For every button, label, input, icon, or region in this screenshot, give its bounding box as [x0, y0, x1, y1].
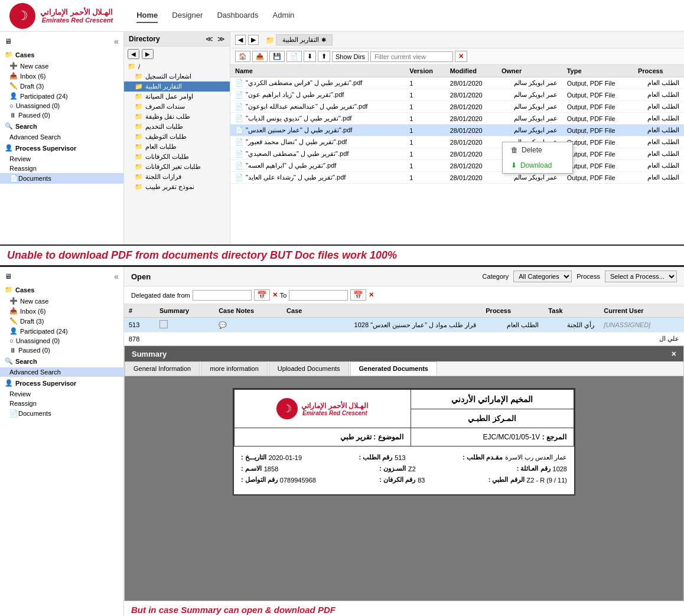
table-row[interactable]: 📄"تقرير طبي ل "ابراهيم العسه".pdf 1 28/0… [230, 160, 684, 172]
dir-item-2[interactable]: 📁 اوامر عمل الصيانة [124, 92, 230, 102]
sidebar-item-participated-b[interactable]: 👤 Participated (24) [0, 326, 123, 336]
cell-filename: 📄"تقرير طبي ل "رشداء علي العايد".pdf [230, 172, 405, 184]
home-button[interactable]: 🏠 [235, 51, 250, 62]
dir-item-5[interactable]: 📁 طلبات التخديم [124, 122, 230, 132]
summary-content: المخيم الإماراتي الأردني الهـلال الأحمر … [125, 376, 683, 601]
date-from-input[interactable] [193, 290, 252, 301]
sidebar-item-draft-b[interactable]: ✏️ Draft (3) [0, 316, 123, 326]
date-to-calendar-button[interactable]: 📅 [350, 289, 366, 301]
dir-item-0[interactable]: 📁 اشعارات التسجيل [124, 71, 230, 82]
dir-item-11[interactable]: 📁 نموذج تقرير طبيب [124, 182, 230, 192]
doc-caravan: 83 رقم الكرفان : [379, 476, 425, 484]
sidebar-collapse-top[interactable]: « [114, 37, 119, 46]
sidebar-item-draft-top[interactable]: ✏️ Draft (3) [0, 81, 123, 91]
content-tab-bar: ◀ ▶ 📁 التقارير الطبية ✱ [230, 32, 684, 48]
col-process: Process [633, 65, 684, 77]
draft-icon: ✏️ [9, 82, 18, 90]
dir-item-1[interactable]: 📁 التقارير الطبية [124, 82, 230, 92]
table-row[interactable]: 📄"تقرير طبي ل "نديوي يونس الدياب".pdf 1 … [230, 113, 684, 125]
table-row[interactable]: 📄"تقرير طبي ل "مصطفى الصعيدي".pdf 1 28/0… [230, 148, 684, 160]
cell-owner: عمر ابويكر سالم [497, 113, 562, 125]
col-type: Type [562, 65, 633, 77]
dir-item-8[interactable]: 📁 طلبات الكرفانات [124, 152, 230, 162]
sidebar-item-paused-top[interactable]: ⏸ Paused (0) [0, 110, 123, 120]
dir-back-button[interactable]: ◀ [128, 49, 139, 59]
context-menu-download[interactable]: ⬇ Download [503, 158, 572, 173]
save-button[interactable]: 💾 [269, 51, 285, 62]
sidebar-item-advsearch-top[interactable]: Advanced Search [0, 132, 123, 142]
tab-general-info[interactable]: General Information [125, 361, 200, 376]
sidebar-collapse-bottom[interactable]: « [114, 272, 119, 281]
cell-modified: 28/01/2020 [445, 160, 497, 172]
table-row[interactable]: 📄"تقرير طبي ل "فراس مصطفى الكردي".pdf 1 … [230, 77, 684, 89]
sidebar-item-reassign-b[interactable]: Reassign [0, 399, 123, 408]
dir-item-6[interactable]: 📁 طلبات التوظيف [124, 132, 230, 142]
sidebar-item-documents-top[interactable]: 📄 Documents [0, 173, 123, 184]
nav-designer[interactable]: Designer [172, 8, 203, 23]
nav-admin[interactable]: Admin [273, 8, 295, 23]
dir-forward-button[interactable]: ▶ [142, 49, 154, 59]
table-row[interactable]: 513 💬 قرار طلب مواد ل "عمار حسنين العدس"… [124, 318, 684, 333]
sidebar-item-new-case-b[interactable]: ➕ New case [0, 296, 123, 306]
collapse-icon[interactable]: ≫ [217, 35, 225, 43]
directory-panel: Directory ≪ ≫ ◀ ▶ 📁 / 📁 اشعارات التسجيل … [124, 32, 230, 245]
dir-nav-forward[interactable]: ▶ [248, 35, 259, 45]
upload2-button[interactable]: ⬆ [318, 51, 330, 62]
doc-camp: المخيم الإماراتي الأردني [411, 390, 574, 409]
table-row[interactable]: 📄"تقرير طبي ل "عبدالمنعم عبدالله ابوعون"… [230, 101, 684, 113]
table-row[interactable]: 📄"تقرير طبي ل "زياد ابراهيم عون".pdf 1 2… [230, 89, 684, 101]
sidebar-item-paused-b[interactable]: ⏸ Paused (0) [0, 346, 123, 355]
summary-close-button[interactable]: × [672, 349, 676, 358]
dir-item-4[interactable]: 📁 طلب نقل وظيفة [124, 112, 230, 122]
process-select[interactable]: Select a Process... [605, 270, 677, 282]
sidebar-item-inbox-b[interactable]: 📥 Inbox (6) [0, 306, 123, 316]
dir-item-3[interactable]: 📁 سندات الصرف [124, 102, 230, 112]
category-select[interactable]: All Categories [513, 270, 572, 282]
dir-nav-back[interactable]: ◀ [235, 35, 246, 45]
date-from-clear-button[interactable]: ✕ [272, 291, 278, 299]
cell-process: الطلب العام [633, 77, 684, 89]
download-toolbar-button[interactable]: ⬇ [304, 51, 316, 62]
sidebar-item-participated-top[interactable]: 👤 Participated (24) [0, 91, 123, 101]
pdf-icon: 📄 [235, 115, 243, 122]
sidebar-item-reassign-top[interactable]: Reassign [0, 164, 123, 173]
context-menu-delete[interactable]: 🗑 Delete [503, 142, 572, 158]
table-row[interactable]: 📄"تقرير طبي ل "عمار حسنين العدس".pdf 1 2… [230, 125, 684, 136]
dir-item-10[interactable]: 📁 قرارات اللجنة [124, 172, 230, 182]
file-tab[interactable]: التقارير الطبية ✱ [276, 34, 333, 45]
sidebar-item-new-case-top[interactable]: ➕ New case [0, 61, 123, 71]
sidebar-item-documents-b[interactable]: 📄 Documents [0, 408, 123, 419]
dir-folder-icon-9: 📁 [135, 163, 143, 171]
cell-modified: 28/01/2020 [445, 89, 497, 101]
tab-title: التقارير الطبية [282, 36, 319, 44]
dir-item-root[interactable]: 📁 / [124, 61, 230, 71]
table-row[interactable]: 📄"تقرير طبي ل "نضال محمد قعبور".pdf 1 28… [230, 136, 684, 148]
sidebar-item-review-b[interactable]: Review [0, 389, 123, 399]
pdf-button[interactable]: 📄 [286, 51, 302, 62]
cell-version: 1 [405, 89, 445, 101]
filter-input[interactable] [370, 51, 453, 62]
tab-uploaded-docs[interactable]: Uploaded Documents [269, 361, 349, 376]
dir-item-7[interactable]: 📁 طلبات العام [124, 142, 230, 152]
sidebar-item-review-top[interactable]: Review [0, 154, 123, 164]
sidebar-item-inbox-top[interactable]: 📥 Inbox (6) [0, 71, 123, 81]
expand-icon[interactable]: ≪ [206, 35, 213, 43]
bottom-note: But in case Summary can open & download … [124, 601, 684, 616]
date-to-clear-button[interactable]: ✕ [369, 291, 374, 299]
sidebar-item-unassigned-b[interactable]: ○ Unassigned (0) [0, 336, 123, 346]
show-dirs-button[interactable]: Show Dirs [332, 51, 369, 62]
nav-home[interactable]: Home [136, 8, 158, 23]
sidebar-item-advsearch-b[interactable]: Advanced Search [0, 367, 123, 377]
tab-more-info[interactable]: more information [201, 361, 268, 376]
dir-item-9[interactable]: 📁 طلبات تغير الكرفانات [124, 162, 230, 172]
filter-clear-button[interactable]: ✕ [455, 51, 467, 62]
date-from-calendar-button[interactable]: 📅 [254, 289, 270, 301]
nav-dashboards[interactable]: Dashboards [217, 8, 258, 23]
table-row[interactable]: 878 علي ال [124, 333, 684, 346]
date-to-input[interactable] [289, 290, 348, 301]
tab-generated-docs[interactable]: Generated Documents [350, 361, 437, 376]
tab-close-button[interactable]: ✱ [321, 37, 326, 43]
table-row[interactable]: 📄"تقرير طبي ل "رشداء علي العايد".pdf 1 2… [230, 172, 684, 184]
sidebar-item-unassigned-top[interactable]: ○ Unassigned (0) [0, 101, 123, 110]
upload-button[interactable]: 📤 [252, 51, 268, 62]
